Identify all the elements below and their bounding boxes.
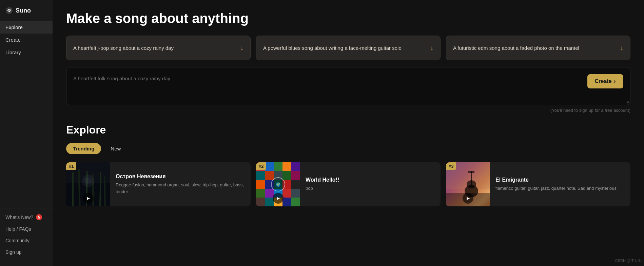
svg-rect-17 (256, 171, 265, 180)
svg-rect-44 (471, 171, 472, 186)
svg-rect-31 (291, 189, 300, 198)
svg-rect-14 (274, 162, 282, 171)
song-genre-1: Reggae fusion, hammond organ, soul, slow… (116, 182, 245, 195)
whats-new-badge: 5 (36, 214, 42, 220)
svg-rect-33 (265, 198, 274, 206)
svg-rect-26 (291, 180, 300, 189)
prompt-card-1[interactable]: A heartfelt j-pop song about a cozy rain… (66, 36, 251, 60)
svg-rect-36 (291, 198, 300, 206)
sidebar-item-library[interactable]: Library (0, 46, 53, 59)
song-title-1: Остров Невезения (116, 173, 245, 180)
main-content: Make a song about anything A heartfelt j… (53, 0, 644, 266)
play-button-2[interactable]: ▶ (273, 193, 284, 204)
signup-label: Sign up (5, 249, 21, 255)
prompt-card-1-text: A heartfelt j-pop song about a cozy rain… (73, 44, 236, 52)
svg-rect-35 (282, 198, 291, 206)
tab-trending[interactable]: Trending (66, 143, 101, 154)
sidebar-item-help[interactable]: Help / FAQs (0, 223, 53, 235)
logo-text: Suno (16, 7, 31, 14)
song-info-1: Остров Невезения Reggae fusion, hammond … (110, 169, 251, 200)
logo-area[interactable]: Suno (0, 5, 53, 21)
song-thumbnail-2: 🌍 #2 ▶ (256, 162, 300, 206)
song-title-2: World Hello!! (306, 177, 435, 183)
whats-new-label: What's New? (5, 214, 33, 220)
svg-rect-30 (282, 189, 291, 198)
svg-rect-16 (291, 162, 300, 171)
prompt-card-3-text: A futuristic edm song about a faded phot… (453, 44, 616, 52)
signup-notice: (You'll need to sign up for a free accou… (66, 108, 630, 113)
svg-rect-20 (282, 171, 291, 180)
prompt-card-3-arrow: ↓ (620, 44, 623, 52)
song-input-container: Create ♪ ◢ (66, 67, 630, 105)
svg-line-8 (104, 176, 105, 206)
page-title: Make a song about anything (66, 11, 630, 26)
svg-rect-21 (291, 171, 300, 180)
prompt-card-2-text: A powerful blues song about writing a fa… (263, 44, 426, 52)
song-thumbnail-1: #1 ▶ (66, 162, 110, 206)
songs-grid: #1 ▶ Остров Невезения Reggae fusion, ham… (66, 162, 630, 206)
sidebar-item-signup[interactable]: Sign up (0, 246, 53, 258)
explore-title: Explore (66, 124, 630, 136)
play-button-3[interactable]: ▶ (463, 193, 473, 204)
svg-rect-32 (256, 198, 265, 206)
tabs: Trending New (66, 143, 630, 154)
song-info-2: World Hello!! pop (300, 172, 441, 197)
song-info-3: El Emigrante flamenco guitar, guitar, ja… (490, 172, 630, 197)
nav-bottom: What's New? 5 Help / FAQs Community Sign… (0, 208, 53, 261)
nav-top: Explore Create Library (0, 21, 53, 205)
song-thumbnail-3: #3 ▶ (446, 162, 490, 206)
help-label: Help / FAQs (5, 226, 31, 232)
svg-text:🌍: 🌍 (276, 182, 281, 187)
svg-rect-22 (256, 180, 265, 189)
resize-indicator: ◢ (626, 100, 629, 103)
svg-rect-18 (265, 171, 274, 180)
create-button[interactable]: Create ♪ (587, 74, 623, 88)
song-rank-3: #3 (446, 162, 456, 170)
song-genre-2: pop (306, 185, 435, 192)
prompt-card-2[interactable]: A powerful blues song about writing a fa… (256, 36, 441, 60)
song-rank-1: #1 (66, 162, 76, 170)
song-input[interactable] (73, 74, 582, 98)
song-card-1[interactable]: #1 ▶ Остров Невезения Reggae fusion, ham… (66, 162, 251, 206)
sidebar-item-explore[interactable]: Explore (0, 21, 53, 34)
svg-point-10 (85, 178, 92, 184)
song-card-3[interactable]: #3 ▶ El Emigrante flamenco guitar, guita… (446, 162, 630, 206)
song-card-2[interactable]: 🌍 #2 ▶ World Hello!! pop (256, 162, 441, 206)
sidebar-item-whats-new[interactable]: What's New? 5 (0, 211, 53, 223)
suno-logo-icon (5, 7, 13, 14)
sidebar-item-community[interactable]: Community (0, 235, 53, 246)
sidebar-item-create[interactable]: Create (0, 34, 53, 46)
prompt-card-2-arrow: ↓ (430, 44, 433, 52)
song-genre-3: flamenco guitar, guitar, jazz, quarter n… (495, 185, 625, 192)
sidebar: Suno Explore Create Library What's New? … (0, 0, 53, 266)
create-button-label: Create ♪ (595, 78, 616, 84)
song-title-3: El Emigrante (495, 177, 625, 183)
svg-rect-45 (468, 171, 474, 173)
prompt-card-3[interactable]: A futuristic edm song about a faded phot… (446, 36, 630, 60)
community-label: Community (5, 238, 30, 243)
svg-rect-15 (282, 162, 291, 171)
prompt-card-1-arrow: ↓ (240, 44, 243, 52)
watermark: CSDN @IT大头 (615, 258, 641, 263)
svg-rect-28 (265, 189, 274, 198)
tab-new[interactable]: New (104, 143, 128, 154)
svg-line-7 (100, 172, 101, 206)
svg-line-4 (79, 169, 80, 206)
song-rank-2: #2 (256, 162, 266, 170)
prompt-cards: A heartfelt j-pop song about a cozy rain… (66, 36, 630, 60)
play-button-1[interactable]: ▶ (83, 193, 94, 204)
svg-rect-27 (256, 189, 265, 198)
